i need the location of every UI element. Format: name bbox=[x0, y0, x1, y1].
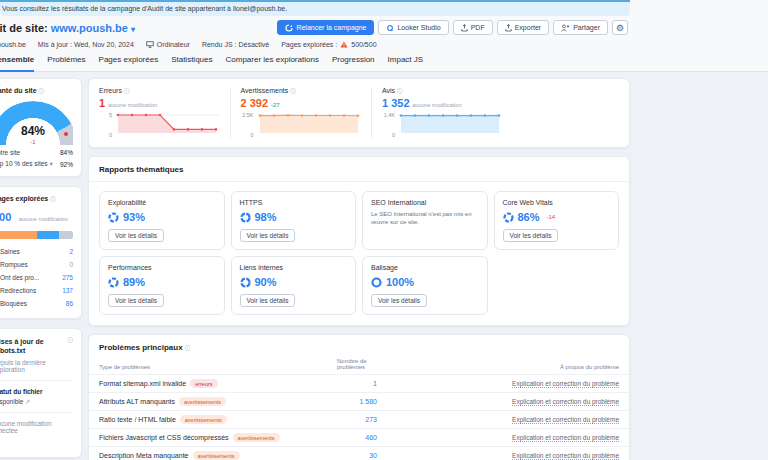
info-icon[interactable]: ⓘ bbox=[124, 88, 130, 94]
erreurs-value[interactable]: 1 bbox=[99, 97, 105, 109]
bar-segment bbox=[0, 231, 37, 239]
issue-about-link[interactable]: Explication et correction du problème bbox=[512, 416, 619, 424]
top-issues-title: Problèmes principaux ⓘ bbox=[89, 343, 629, 352]
settings-button[interactable]: ⚙ bbox=[612, 20, 628, 35]
header-actions: Relancer la campagne Looker Studio PDF E… bbox=[277, 20, 628, 35]
share-button[interactable]: Partager bbox=[553, 20, 608, 35]
campaign-selector[interactable]: www.poush.be bbox=[51, 22, 128, 34]
main-column: Erreurs ⓘ 1 aucune modification 50 Avert… bbox=[88, 78, 630, 460]
chevron-down-icon[interactable]: ▾ bbox=[131, 25, 135, 34]
voir-les-details-button[interactable]: Voir les détails bbox=[503, 229, 559, 242]
info-icon[interactable]: ⓘ bbox=[397, 88, 403, 94]
kpi-avertissements: Avertissements ⓘ 2 392 -27 2.5K0 bbox=[230, 87, 372, 139]
tab-pages-explorees[interactable]: Pages explorées bbox=[99, 55, 159, 72]
pages-crawled-card: Pages explorées ⓘ 500 aucune modificatio… bbox=[0, 186, 82, 319]
voir-les-details-button[interactable]: Voir les détails bbox=[240, 294, 296, 307]
voir-les-details-button[interactable]: Voir les détails bbox=[371, 294, 427, 307]
report-liens-internes: Liens internes 90% Voir les détails bbox=[231, 256, 357, 315]
issue-about-link[interactable]: Explication et correction du problème bbox=[512, 434, 619, 442]
tab-problemes[interactable]: Problèmes bbox=[47, 55, 85, 72]
issue-row-meta: Description Meta manquanteavertissements… bbox=[89, 446, 629, 460]
gauge-score: 84% bbox=[0, 124, 73, 138]
sidebar: Santé du site ⓘ 84% -1 Votre site 84% To… bbox=[0, 78, 82, 458]
top-issues-card: Problèmes principaux ⓘ Type de problèmes… bbox=[88, 334, 630, 460]
relaunch-campaign-button[interactable]: Relancer la campagne bbox=[277, 20, 374, 35]
report-explorabilite: Explorabilité 93% Voir les détails bbox=[99, 191, 225, 250]
divider bbox=[0, 412, 73, 413]
donut-icon bbox=[371, 277, 382, 288]
issue-count-link[interactable]: 273 bbox=[297, 416, 377, 423]
export-button[interactable]: Exporter bbox=[497, 20, 549, 35]
pages-stacked-bar bbox=[0, 231, 73, 239]
site-audit-screen: Vous consultez les résultats de la campa… bbox=[0, 0, 768, 460]
page-title: Audit de site: www.poush.be ▾ bbox=[0, 22, 135, 34]
legend-row-saines: Saines 2 bbox=[0, 245, 73, 258]
donut-icon bbox=[240, 277, 251, 288]
report-core-web-vitals: Core Web Vitals 86% -14 Voir les détails bbox=[494, 191, 620, 250]
pages-crawled-note: aucune modification bbox=[19, 216, 68, 222]
site-health-gauge: 84% -1 bbox=[0, 99, 73, 145]
issue-about-link[interactable]: Explication et correction du problème bbox=[512, 380, 619, 388]
issue-about-link[interactable]: Explication et correction du problème bbox=[512, 398, 619, 406]
warning-icon bbox=[340, 41, 348, 48]
issue-about-link[interactable]: Explication et correction du problème bbox=[512, 452, 619, 460]
sparkline-chart bbox=[257, 112, 361, 138]
chevron-down-icon[interactable]: ▾ bbox=[49, 160, 52, 167]
avertissements-value[interactable]: 2 392 bbox=[241, 97, 269, 109]
voir-les-details-button[interactable]: Voir les détails bbox=[240, 229, 296, 242]
info-icon[interactable]: ⓘ bbox=[39, 88, 45, 94]
meta-device: Ordinateur bbox=[146, 41, 190, 48]
info-icon[interactable]: ⓘ bbox=[185, 345, 191, 351]
title-prefix: Audit de site: bbox=[0, 22, 48, 34]
issue-count-link[interactable]: 30 bbox=[297, 452, 377, 459]
robots-title: Mises à jour de robots.txt ⓘ bbox=[0, 337, 73, 356]
tab-vue-densemble[interactable]: Vue d'ensemble bbox=[0, 55, 34, 72]
report-seo-international: SEO International Le SEO International n… bbox=[362, 191, 488, 250]
avis-sparkline: 1.4K0 bbox=[382, 112, 619, 138]
issue-count-link[interactable]: 1 580 bbox=[297, 398, 377, 405]
voir-les-details-button[interactable]: Voir les détails bbox=[108, 229, 164, 242]
kpi-card: Erreurs ⓘ 1 aucune modification 50 Avert… bbox=[88, 78, 630, 148]
issue-row-alt: Attributs ALT manquantsavertissements 1 … bbox=[89, 392, 629, 410]
health-row-your-site: Votre site 84% bbox=[0, 149, 73, 156]
info-icon[interactable]: ⓘ bbox=[68, 337, 74, 356]
tab-bar: Vue d'ensemble Problèmes Pages explorées… bbox=[0, 55, 423, 72]
robots-status-label: Statut du fichier bbox=[0, 388, 73, 395]
pdf-button[interactable]: PDF bbox=[453, 20, 493, 35]
divider bbox=[0, 380, 73, 381]
donut-icon bbox=[108, 277, 119, 288]
pages-legend: Saines 2 Rompues 0 Ont des pro... 275 Re… bbox=[0, 245, 73, 310]
voir-les-details-button[interactable]: Voir les détails bbox=[108, 294, 164, 307]
title-row: Audit de site: www.poush.be ▾ Relancer l… bbox=[0, 20, 768, 38]
sparkline-chart bbox=[398, 112, 502, 138]
bar-segment bbox=[59, 231, 73, 239]
severity-badge: avertissements bbox=[180, 415, 227, 424]
robots-status-link[interactable]: Disponible ↗ bbox=[0, 398, 73, 405]
issue-count-link[interactable]: 460 bbox=[297, 434, 377, 441]
person-plus-icon bbox=[561, 24, 570, 32]
legend-row-problemes: Ont des pro... 275 bbox=[0, 271, 73, 284]
issue-count-link[interactable]: 1 bbox=[297, 380, 377, 387]
export-icon bbox=[505, 24, 512, 32]
donut-icon bbox=[503, 212, 514, 223]
looker-studio-button[interactable]: Looker Studio bbox=[378, 20, 448, 35]
report-https: HTTPS 98% Voir les détails bbox=[231, 191, 357, 250]
kpi-erreurs: Erreurs ⓘ 1 aucune modification 50 bbox=[89, 87, 230, 139]
meta-pages-crawled: Pages explorées : 500/500 bbox=[281, 41, 376, 48]
donut-icon bbox=[240, 212, 251, 223]
avis-value[interactable]: 1 352 bbox=[382, 97, 410, 109]
tab-comparer-les-explorations[interactable]: Comparer les explorations bbox=[226, 55, 319, 72]
tab-progression[interactable]: Progression bbox=[332, 55, 375, 72]
issues-table-header: Type de problèmes Nombre de problèmes À … bbox=[89, 352, 629, 374]
info-icon[interactable]: ⓘ bbox=[290, 88, 296, 94]
erreurs-sparkline: 50 bbox=[99, 112, 220, 138]
legend-row-rompues: Rompues 0 bbox=[0, 258, 73, 271]
gauge-marker-dot bbox=[64, 132, 68, 136]
severity-badge: avertissements bbox=[193, 451, 240, 460]
legend-row-redirections: Redirections 137 bbox=[0, 284, 73, 297]
tab-statistiques[interactable]: Statistiques bbox=[171, 55, 212, 72]
export-icon bbox=[461, 24, 468, 32]
info-icon[interactable]: ⓘ bbox=[50, 196, 56, 202]
gear-icon: ⚙ bbox=[616, 23, 624, 33]
tab-impact-js[interactable]: Impact JS bbox=[388, 55, 424, 72]
